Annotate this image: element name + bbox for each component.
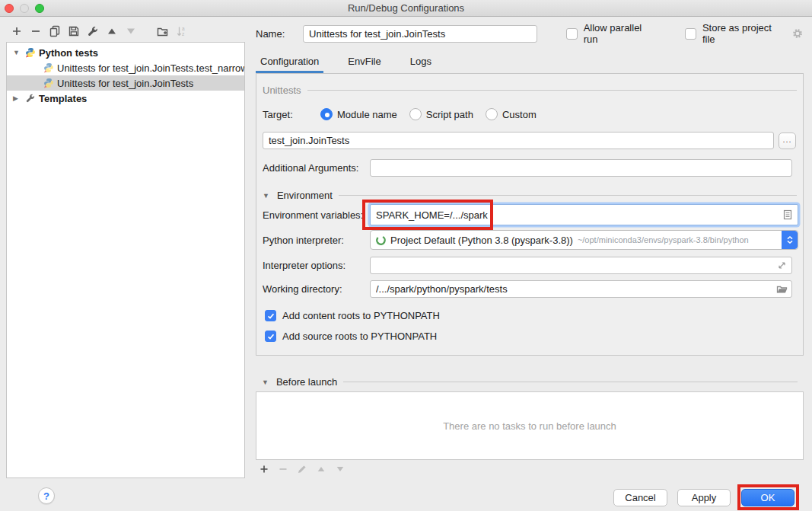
browse-variables-icon[interactable] (782, 209, 793, 220)
save-icon[interactable] (68, 25, 80, 37)
tree-item-label: Unittests for test_join.JoinTests (57, 78, 193, 89)
store-as-project-file-label: Store as project file (702, 22, 784, 45)
name-row: Name: Allow parallel run Store as projec… (256, 24, 804, 43)
remove-icon[interactable] (30, 25, 42, 37)
store-settings-gear-icon[interactable] (791, 27, 804, 40)
tree-item-test-narrow[interactable]: Unittests for test_join.JoinTests.test_n… (7, 60, 244, 75)
configuration-form-panel: Unittests Target: Module name Script pat… (256, 73, 804, 356)
window-title: Run/Debug Configurations (0, 0, 812, 17)
radio-script-path[interactable]: Script path (409, 108, 473, 120)
environment-variables-field-focused (370, 204, 798, 225)
chevron-expanded-icon[interactable]: ▼ (13, 49, 22, 56)
sort-alphabetically-icon[interactable]: az (176, 25, 188, 37)
target-label: Target: (263, 109, 320, 120)
name-input[interactable] (303, 25, 537, 43)
module-name-input[interactable] (263, 132, 774, 149)
add-source-roots-checkbox[interactable] (265, 331, 276, 342)
tab-label: Logs (410, 56, 431, 67)
new-folder-icon[interactable] (157, 25, 169, 37)
before-launch-task-list: There are no tasks to run before launch (256, 391, 804, 460)
run-debug-configurations-dialog: Run/Debug Configurations az (0, 0, 812, 511)
unittests-group-header: Unittests (263, 85, 797, 96)
tree-item-jointests-selected[interactable]: Unittests for test_join.JoinTests (7, 75, 244, 91)
ok-button[interactable]: OK (741, 489, 794, 506)
additional-arguments-row: Additional Arguments: (263, 159, 798, 177)
move-task-up-icon[interactable] (316, 464, 326, 474)
allow-parallel-run-label: Allow parallel run (584, 22, 656, 45)
name-label: Name: (256, 28, 303, 40)
unittests-group-title: Unittests (263, 85, 301, 96)
cancel-button[interactable]: Cancel (613, 489, 667, 506)
add-content-roots-checkbox[interactable] (265, 310, 276, 321)
working-directory-label: Working directory: (263, 283, 370, 295)
environment-section-header[interactable]: ▼ Environment (263, 190, 797, 201)
store-as-project-file-checkbox-group[interactable]: Store as project file (685, 22, 784, 45)
radio-button-selected[interactable] (320, 108, 333, 120)
configurations-toolbar: az (11, 23, 188, 40)
interpreter-value: Project Default (Python 3.8 (pyspark-3.8… (390, 235, 573, 246)
store-as-project-file-checkbox[interactable] (685, 28, 696, 40)
interpreter-options-row: Interpreter options: (263, 257, 798, 274)
interpreter-options-input[interactable] (370, 257, 792, 274)
environment-variables-row: Environment variables: (263, 203, 798, 226)
browse-button[interactable]: ... (779, 133, 796, 149)
chevron-collapsed-icon[interactable]: ▶ (13, 94, 22, 102)
python-interpreter-row: Python interpreter: Project Default (Pyt… (263, 230, 798, 250)
radio-label: Module name (337, 109, 397, 120)
section-collapse-icon[interactable]: ▼ (262, 378, 269, 386)
tree-group-templates[interactable]: ▶ Templates (7, 91, 244, 106)
remove-task-icon[interactable] (278, 464, 288, 474)
tab-configuration[interactable]: Configuration (256, 52, 323, 73)
expand-field-icon[interactable] (777, 260, 787, 270)
move-up-icon[interactable] (106, 25, 118, 37)
add-source-roots-row[interactable]: Add source roots to PYTHONPATH (265, 331, 437, 342)
interpreter-options-label: Interpreter options: (263, 260, 370, 271)
help-button[interactable]: ? (38, 487, 55, 504)
before-launch-toolbar (259, 464, 345, 474)
radio-module-name[interactable]: Module name (320, 108, 397, 120)
divider (307, 90, 797, 91)
radio-label: Custom (502, 109, 537, 120)
before-launch-header[interactable]: ▼ Before launch (262, 376, 798, 388)
tree-group-python-tests[interactable]: ▼ Python tests (7, 45, 244, 60)
add-task-icon[interactable] (259, 464, 269, 474)
interpreter-path: ~/opt/miniconda3/envs/pyspark-3.8/bin/py… (578, 235, 779, 244)
python-interpreter-label: Python interpreter: (263, 235, 370, 246)
move-down-icon[interactable] (125, 25, 137, 37)
additional-arguments-label: Additional Arguments: (263, 162, 370, 174)
working-directory-input[interactable] (370, 280, 792, 298)
environment-variables-input[interactable] (371, 206, 782, 224)
radio-button[interactable] (409, 108, 422, 120)
module-row: ... (263, 132, 796, 149)
svg-text:a: a (182, 26, 185, 31)
tab-logs[interactable]: Logs (406, 52, 436, 73)
section-collapse-icon[interactable]: ▼ (263, 192, 269, 200)
radio-custom[interactable]: Custom (486, 108, 537, 120)
additional-arguments-input[interactable] (370, 159, 792, 177)
radio-button[interactable] (486, 108, 498, 120)
add-icon[interactable] (11, 25, 23, 37)
environment-variables-label: Environment variables: (263, 209, 370, 221)
allow-parallel-run-checkbox-group[interactable]: Allow parallel run (566, 22, 656, 45)
add-content-roots-row[interactable]: Add content roots to PYTHONPATH (265, 310, 440, 321)
add-content-roots-label: Add content roots to PYTHONPATH (282, 310, 440, 321)
apply-button[interactable]: Apply (677, 489, 731, 506)
folder-browse-icon[interactable] (776, 283, 788, 295)
tree-item-label: Unittests for test_join.JoinTests.test_n… (57, 62, 244, 74)
edit-defaults-wrench-icon[interactable] (87, 25, 99, 37)
tab-envfile[interactable]: EnvFile (343, 52, 385, 73)
move-task-down-icon[interactable] (335, 464, 345, 474)
copy-icon[interactable] (49, 25, 61, 37)
settings-tabs: Configuration EnvFile Logs (256, 52, 436, 73)
python-interpreter-dropdown[interactable]: Project Default (Python 3.8 (pyspark-3.8… (370, 230, 798, 250)
title-bar: Run/Debug Configurations (0, 0, 812, 17)
tab-label: Configuration (260, 56, 319, 67)
before-launch-title: Before launch (276, 376, 337, 388)
allow-parallel-run-checkbox[interactable] (566, 28, 578, 40)
python-test-icon (43, 78, 54, 88)
edit-task-pencil-icon[interactable] (297, 464, 307, 474)
environment-section-title: Environment (277, 190, 333, 201)
python-test-icon (43, 62, 54, 73)
dropdown-stepper-icon[interactable] (782, 231, 798, 249)
before-launch-empty-message: There are no tasks to run before launch (443, 420, 616, 432)
